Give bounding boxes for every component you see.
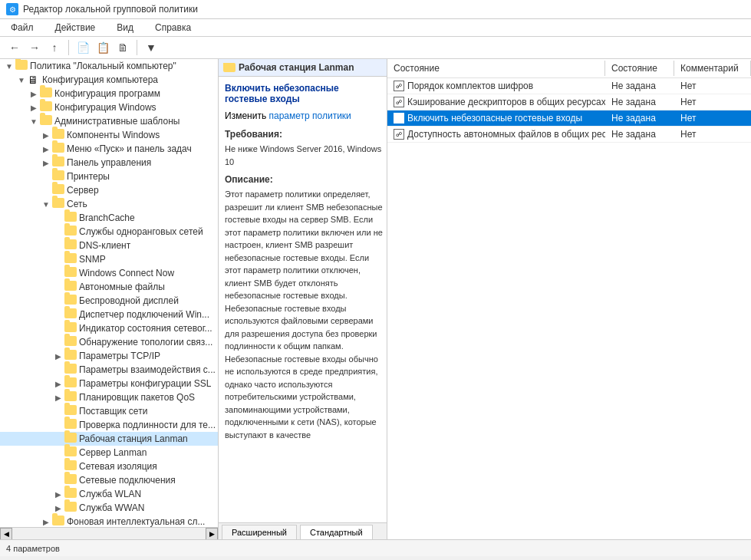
tree-item-net-provider[interactable]: Поставщик сети <box>0 404 218 418</box>
tree-item-wcn[interactable]: Windows Connect Now <box>0 266 218 280</box>
tree-item-admin-templates[interactable]: ▼ Административные шаблоны <box>0 114 218 128</box>
main-container: ▼ Политика "Локальный компьютер" ▼ 🖥 Кон… <box>0 59 751 556</box>
toolbar-btn3[interactable]: 🗎 <box>114 39 131 56</box>
tree-item-win-components[interactable]: ▶ Компоненты Windows <box>0 128 218 142</box>
expand-icon: ▼ <box>40 200 52 209</box>
folder-icon <box>64 226 77 238</box>
expand-icon <box>52 449 64 457</box>
tree-item-root[interactable]: ▼ Политика "Локальный компьютер" <box>0 59 218 73</box>
cell-name-0: ☍ Порядок комплектов шифров <box>387 80 605 92</box>
expand-icon <box>40 186 52 195</box>
tree-item-auth[interactable]: Проверка подлинности для те... <box>0 418 218 432</box>
tree-item-topology[interactable]: Обнаружение топологии связ... <box>0 335 218 349</box>
folder-icon <box>15 60 28 72</box>
content-area: ▼ Политика "Локальный компьютер" ▼ 🖥 Кон… <box>0 59 751 539</box>
h-scrollbar[interactable]: ◀ ▶ <box>0 527 218 539</box>
tree-item-ssl[interactable]: ▶ Параметры конфигурации SSL <box>0 377 218 390</box>
tree-item-branchcache[interactable]: BranchCache <box>0 211 218 225</box>
tree-item-wireless[interactable]: Беспроводной дисплей <box>0 294 218 308</box>
change-param-link[interactable]: параметр политики <box>268 110 351 121</box>
tree-item-wwan[interactable]: ▶ Служба WWAN <box>0 501 218 515</box>
folder-icon <box>52 143 64 155</box>
menu-view[interactable]: Вид <box>112 21 138 35</box>
expand-icon: ▶ <box>52 352 64 361</box>
folder-icon: 🖥 <box>28 74 40 86</box>
expand-icon <box>52 407 64 416</box>
tree-item-offline[interactable]: Автономные файлы <box>0 280 218 294</box>
cell-comment-3: Нет <box>674 128 751 140</box>
menu-file[interactable]: Файл <box>6 21 38 35</box>
tree-item-dns-client[interactable]: DNS-клиент <box>0 239 218 252</box>
expand-icon <box>40 173 52 181</box>
tree-item-ncsi[interactable]: Индикатор состояния сетевог... <box>0 321 218 335</box>
toolbar-filter[interactable]: ▼ <box>143 39 160 56</box>
folder-icon <box>64 419 77 431</box>
tree-label: Сеть <box>67 199 87 209</box>
toolbar-forward[interactable]: → <box>26 39 43 56</box>
toolbar-btn2[interactable]: 📋 <box>94 39 111 56</box>
tree-item-server[interactable]: Сервер <box>0 183 218 197</box>
tree-item-conn-mgr[interactable]: Диспетчер подключений Win... <box>0 308 218 321</box>
cell-text-name-0: Порядок комплектов шифров <box>407 81 533 91</box>
tree-item-wlan[interactable]: ▶ Служба WLAN <box>0 487 218 501</box>
tree-item-comp-config[interactable]: ▼ 🖥 Конфигурация компьютера <box>0 73 218 87</box>
list-item-selected[interactable]: ☍ Включить небезопасные гостевые входы Н… <box>387 110 751 127</box>
col-header-comment[interactable]: Комментарий <box>674 61 751 76</box>
expand-icon: ▶ <box>28 90 40 98</box>
tree-item-net-isolation[interactable]: Сетевая изоляция <box>0 460 218 473</box>
expand-icon: ▶ <box>40 131 52 140</box>
menu-action[interactable]: Действие <box>51 21 100 35</box>
expand-icon <box>52 476 64 485</box>
tab-extended[interactable]: Расширенный <box>222 525 297 539</box>
tree-label: BranchCache <box>79 212 135 223</box>
expand-icon <box>52 435 64 443</box>
middle-policy-title: Включить небезопасные гостевые входы <box>225 83 384 104</box>
expand-icon <box>52 366 64 374</box>
tree-item-lanman-srv[interactable]: Сервер Lanman <box>0 446 218 460</box>
expand-icon: ▶ <box>40 159 52 167</box>
expand-icon: ▶ <box>52 394 64 402</box>
toolbar-back[interactable]: ← <box>6 39 23 56</box>
app-icon: ⚙ <box>6 3 18 15</box>
list-item[interactable]: ☍ Порядок комплектов шифров Не задана Не… <box>387 78 751 94</box>
tree-item-bits[interactable]: ▶ Фоновая интеллектуальная сл... <box>0 515 218 527</box>
tree-item-tcpip[interactable]: ▶ Параметры TCP/IP <box>0 349 218 363</box>
toolbar-btn1[interactable]: 📄 <box>74 39 91 56</box>
toolbar-up[interactable]: ↑ <box>46 39 63 56</box>
tree-item-prog-config[interactable]: ▶ Конфигурация программ <box>0 87 218 100</box>
tree-item-snmp[interactable]: SNMP <box>0 252 218 266</box>
tree-item-win-config[interactable]: ▶ Конфигурация Windows <box>0 100 218 114</box>
col-header-name[interactable]: Состояние <box>387 61 605 76</box>
expand-icon <box>52 297 64 305</box>
tree-item-interaction[interactable]: Параметры взаимодействия с... <box>0 363 218 377</box>
tree-label: Параметры конфигурации SSL <box>79 378 211 389</box>
list-item[interactable]: ☍ Доступность автономных файлов в общих … <box>387 127 751 143</box>
cell-comment-2: Нет <box>674 112 751 124</box>
tree-label: Административные шаблоны <box>54 116 180 127</box>
title-bar: ⚙ Редактор локальной групповой политики <box>0 0 751 19</box>
tree-label: Параметры TCP/IP <box>79 351 160 361</box>
expand-icon <box>52 214 64 222</box>
cell-text-name-1: Кэширование дескрипторов в общих ресурса… <box>407 97 605 107</box>
menu-help[interactable]: Справка <box>150 21 196 35</box>
folder-icon <box>52 184 64 196</box>
col-header-status[interactable]: Состояние <box>605 61 674 76</box>
tree-item-control-panel[interactable]: ▶ Панель управления <box>0 156 218 170</box>
scroll-left-btn[interactable]: ◀ <box>0 528 12 540</box>
tree-item-qos[interactable]: ▶ Планировщик пакетов QoS <box>0 390 218 404</box>
tree-item-start-menu[interactable]: ▶ Меню «Пуск» и панель задач <box>0 142 218 156</box>
folder-icon <box>64 267 77 279</box>
toolbar-sep-2 <box>137 40 137 55</box>
list-item[interactable]: ☍ Кэширование дескрипторов в общих ресур… <box>387 94 751 110</box>
tree-item-p2p[interactable]: Службы одноранговых сетей <box>0 225 218 239</box>
tree-item-net-conn[interactable]: Сетевые подключения <box>0 473 218 487</box>
tree-label: Обнаружение топологии связ... <box>79 337 212 348</box>
tree-item-lanman-ws[interactable]: Рабочая станция Lanman <box>0 432 218 446</box>
tree-item-network[interactable]: ▼ Сеть <box>0 197 218 211</box>
scroll-right-btn[interactable]: ▶ <box>206 528 218 540</box>
folder-icon <box>64 364 77 376</box>
tree-item-printers[interactable]: Принтеры <box>0 170 218 183</box>
folder-icon <box>64 391 77 404</box>
expand-icon <box>52 463 64 471</box>
tab-standard[interactable]: Стандартный <box>300 525 373 539</box>
